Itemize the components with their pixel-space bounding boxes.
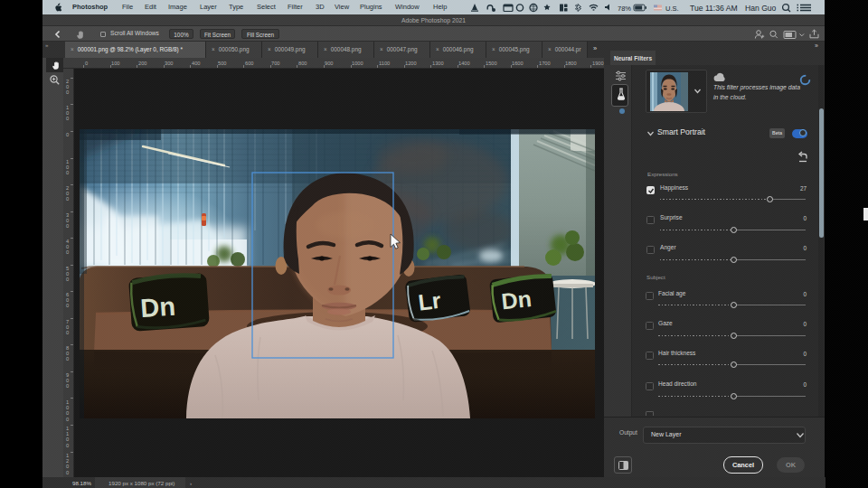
svg-text:Dn: Dn [139, 291, 176, 323]
svg-text:Dn: Dn [500, 286, 533, 314]
svg-text:Han Guo: Han Guo [745, 4, 777, 13]
svg-text:Tue 11:36 AM: Tue 11:36 AM [690, 4, 738, 13]
svg-text:U.S.: U.S. [665, 5, 679, 13]
svg-text:78%: 78% [618, 5, 631, 13]
svg-text:Lr: Lr [417, 287, 442, 315]
